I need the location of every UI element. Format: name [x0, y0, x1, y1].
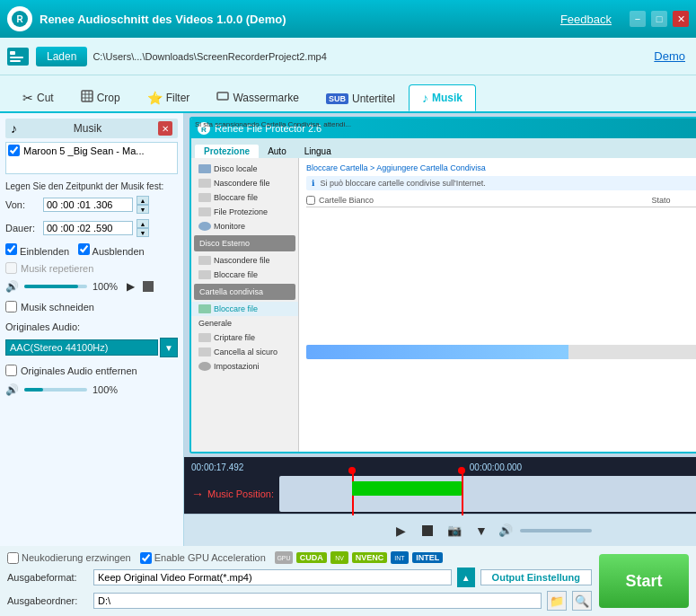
- music-item-checkbox[interactable]: [8, 145, 20, 156]
- timestamp-2: 00:00:00.000: [470, 462, 522, 472]
- search-icon-button[interactable]: 🔍: [572, 591, 592, 611]
- ausblenden-checkbox[interactable]: [78, 243, 90, 255]
- embedded-tab-auto[interactable]: Auto: [259, 145, 295, 158]
- folder-icon-button[interactable]: 📁: [547, 591, 567, 611]
- music-panel-close[interactable]: ✕: [158, 121, 172, 136]
- audio-format-row: AAC(Stereo 44100Hz) ▼: [5, 338, 178, 357]
- timeline-track[interactable]: [279, 476, 696, 512]
- emb-item-disco-locale[interactable]: Disco locale: [191, 162, 298, 176]
- playback-volume-slider[interactable]: [520, 529, 592, 532]
- preview-play-button[interactable]: ▶: [123, 279, 137, 294]
- bloccare1-icon: [198, 193, 211, 202]
- stop-button[interactable]: [418, 521, 437, 541]
- audio-format-select[interactable]: AAC(Stereo 44100Hz): [5, 339, 158, 356]
- emb-item-impostazioni[interactable]: Impostazioni: [191, 359, 298, 374]
- dauer-input[interactable]: [43, 221, 133, 235]
- volume-row: 🔊 100% ▶: [5, 279, 178, 294]
- impostazioni-icon: [198, 362, 211, 371]
- stop-icon: [422, 525, 433, 536]
- einblenden-checkbox[interactable]: [5, 243, 17, 255]
- music-note-icon: ♪: [11, 121, 17, 136]
- embedded-tab-lingua[interactable]: Lingua: [295, 145, 340, 158]
- maximize-button[interactable]: □: [651, 11, 667, 27]
- von-down-button[interactable]: ▼: [137, 205, 149, 214]
- dauer-up-button[interactable]: ▲: [137, 219, 149, 228]
- format-row: Ausgabeformat: ▲ Output Einstellung: [7, 568, 592, 587]
- schneiden-checkbox[interactable]: [5, 301, 17, 312]
- vol2-slider[interactable]: [24, 388, 87, 392]
- emb-item-bloccare1[interactable]: Bloccare file: [191, 190, 298, 205]
- tab-crop-label: Crop: [97, 92, 120, 104]
- music-position-label: Music Position:: [207, 488, 274, 499]
- scanning-fill: [306, 345, 568, 359]
- file-prot-icon: [198, 207, 211, 216]
- screenshot-button[interactable]: 📷: [445, 521, 464, 541]
- tab-subtitle[interactable]: SUB Untertitel: [313, 86, 409, 111]
- audio-format-arrow[interactable]: ▼: [160, 338, 178, 357]
- music-list: Maroon 5 _Big Sean - Ma...: [5, 142, 178, 174]
- embedded-table: Cartelle Bianco Stato: [306, 196, 696, 291]
- table-header-checkbox[interactable]: [306, 196, 315, 205]
- svg-rect-6: [82, 91, 93, 101]
- load-button[interactable]: Laden: [36, 47, 87, 66]
- embedded-info: ℹ Si può bloccare cartelle condivise sul…: [306, 176, 696, 190]
- timeline-section: 00:00:17.492 00:00:00.000 00:00:27.666 →…: [184, 457, 696, 514]
- tab-cut[interactable]: ✂ Cut: [9, 84, 67, 111]
- output-settings-button[interactable]: Output Einstellung: [480, 569, 592, 585]
- title-bar: R Renee Audioschnitt des Videos 1.0.0 (D…: [0, 0, 696, 38]
- svg-text:GPU: GPU: [277, 555, 290, 561]
- demo-link[interactable]: Demo: [654, 49, 685, 63]
- bottom-controls: Neukodierung erzwingen Enable GPU Accele…: [7, 551, 592, 611]
- playback-volume-icon: 🔊: [498, 524, 513, 537]
- emb-item-bloccare2[interactable]: Bloccare file: [191, 268, 298, 282]
- vol2-icon: 🔊: [5, 383, 19, 396]
- embedded-tab-protezione[interactable]: Protezione: [195, 145, 259, 158]
- einblenden-label: Einblenden: [5, 243, 69, 257]
- timeline-timestamps: 00:00:17.492 00:00:00.000 00:00:27.666: [191, 462, 696, 472]
- emb-item-monitore[interactable]: Monitore: [191, 219, 298, 233]
- dauer-down-button[interactable]: ▼: [137, 228, 149, 237]
- emb-item-nascondere1[interactable]: Nascondere file: [191, 176, 298, 190]
- play-button[interactable]: ▶: [391, 521, 410, 541]
- emb-item-nascondere2[interactable]: Nascondere file: [191, 253, 298, 268]
- von-input[interactable]: [43, 198, 133, 212]
- neukodierung-checkbox[interactable]: [7, 552, 19, 564]
- playback-controls: ▶ 📷 ▼ 🔊: [184, 514, 696, 546]
- criptare-icon: [198, 333, 211, 342]
- bloccare2-icon: [198, 270, 211, 279]
- middle-section: ♪ Musik ✕ Maroon 5 _Big Sean - Ma... Leg…: [0, 113, 696, 546]
- gpu-checkbox[interactable]: [140, 552, 152, 564]
- feedback-link[interactable]: Feedback: [560, 13, 612, 26]
- embedded-body: Disco locale Nascondere file Bloccare fi…: [191, 158, 696, 452]
- tab-music[interactable]: ♪ Musik: [409, 84, 476, 111]
- emb-item-bloccare3[interactable]: Bloccare file: [191, 302, 298, 316]
- app-title: Renee Audioschnitt des Videos 1.0.0 (Dem…: [40, 13, 560, 26]
- emb-item-cancella[interactable]: Cancella al sicuro: [191, 345, 298, 359]
- tab-watermark[interactable]: Wassermarke: [203, 84, 313, 111]
- emb-section-cartella-label: Cartella condivisa: [199, 287, 263, 296]
- svg-text:INT: INT: [395, 555, 406, 561]
- tab-crop[interactable]: Crop: [67, 84, 134, 111]
- emb-item-generale[interactable]: Generale: [191, 316, 298, 330]
- emb-item-criptare[interactable]: Criptare file: [191, 330, 298, 345]
- close-button[interactable]: ✕: [673, 11, 689, 27]
- dauer-row: Dauer: ▲ ▼: [5, 219, 178, 237]
- filter-icon: ⭐: [147, 91, 163, 105]
- ausgabeordner-input[interactable]: [93, 593, 542, 609]
- repeat-checkbox[interactable]: [5, 262, 17, 274]
- format-arrow-button[interactable]: ▲: [457, 568, 475, 587]
- entfernen-checkbox[interactable]: [5, 365, 17, 376]
- start-button[interactable]: Start: [599, 554, 689, 608]
- minimize-button[interactable]: −: [630, 11, 646, 27]
- tab-filter[interactable]: ⭐ Filter: [134, 84, 204, 111]
- emb-item-file-protezione[interactable]: File Protezione: [191, 205, 298, 219]
- crop-icon: [81, 90, 93, 105]
- window-controls: − □ ✕: [630, 11, 689, 27]
- timeline-line-end: [462, 469, 463, 515]
- music-list-item[interactable]: Maroon 5 _Big Sean - Ma...: [8, 145, 175, 156]
- von-up-button[interactable]: ▲: [137, 196, 149, 205]
- volume-slider[interactable]: [24, 285, 87, 288]
- audio-dropdown-button[interactable]: ▼: [471, 521, 491, 541]
- volume-pct: 100%: [93, 281, 118, 292]
- format-input[interactable]: [93, 569, 452, 585]
